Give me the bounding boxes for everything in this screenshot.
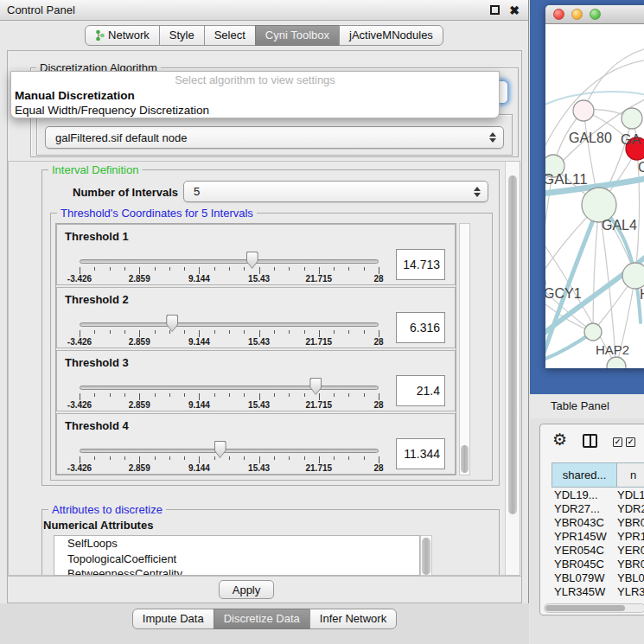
- cell-shared-name: YLR345W: [540, 585, 617, 598]
- column-header-name[interactable]: n: [616, 462, 644, 488]
- table-hscrollbar[interactable]: [544, 603, 644, 613]
- slider-thumb[interactable]: [166, 315, 178, 332]
- close-traffic-light-icon[interactable]: [553, 9, 564, 20]
- interval-definition-title: Interval Definition: [48, 163, 142, 176]
- attribute-list-item[interactable]: BetweennessCentrality: [54, 566, 419, 576]
- column-header-shared-name[interactable]: shared...: [552, 462, 617, 488]
- minimize-traffic-light-icon[interactable]: [571, 9, 583, 20]
- table-hscrollbar-thumb[interactable]: [545, 605, 625, 611]
- table-row[interactable]: YER054CYER0: [540, 544, 644, 558]
- network-node[interactable]: [622, 263, 644, 289]
- settings-gear-icon[interactable]: ⚙: [552, 430, 567, 450]
- threshold-label: Threshold 1: [65, 230, 129, 243]
- table-row[interactable]: YDL19...YDL1: [540, 488, 644, 502]
- main-scrollbar[interactable]: [505, 162, 520, 575]
- tab-jactivemnodules[interactable]: jActiveMNodules: [339, 25, 443, 46]
- numerical-attributes-list[interactable]: SelfLoopsTopologicalCoefficientBetweenne…: [54, 535, 420, 576]
- threshold-label: Threshold 4: [65, 419, 129, 432]
- threshold-value-field[interactable]: 11.344: [396, 438, 445, 469]
- threshold-scrollbar[interactable]: [459, 223, 470, 475]
- tab-label: Infer Network: [320, 612, 386, 625]
- network-node[interactable]: [573, 100, 594, 121]
- tab-label: Style: [169, 29, 194, 41]
- tab-style[interactable]: Style: [159, 25, 205, 46]
- slider-track[interactable]: [80, 259, 379, 264]
- tab-network[interactable]: Network: [85, 25, 160, 46]
- checkbox-icon-2[interactable]: ✓: [626, 437, 635, 447]
- cell-shared-name: YIL052C: [540, 599, 617, 602]
- table-data-combo-value: galFiltered.sif default node: [55, 127, 187, 148]
- bottom-tab-bar: Impute DataDiscretize DataInfer Network: [0, 609, 529, 629]
- application-root: Control Panel ✖ NetworkStyleSelectCyni T…: [0, 0, 644, 644]
- network-window-titlebar: [545, 5, 644, 24]
- zoom-traffic-light-icon[interactable]: [590, 9, 601, 20]
- cell-name: YBL0: [617, 571, 644, 584]
- tab-infer-network[interactable]: Infer Network: [309, 609, 397, 629]
- control-panel-titlebar: Control Panel ✖: [0, 0, 528, 21]
- node-label: GAL11: [545, 171, 588, 188]
- threshold-row: Threshold 4-3.4262.8599.14415.4321.71528…: [56, 413, 456, 475]
- tab-discretize-data[interactable]: Discretize Data: [214, 609, 310, 629]
- numerical-attributes-label: Numerical Attributes: [43, 519, 153, 532]
- slider-track[interactable]: [80, 386, 379, 390]
- table-data-combo[interactable]: galFiltered.sif default node: [45, 126, 504, 149]
- number-of-intervals-combo[interactable]: 5: [183, 181, 488, 202]
- columns-icon[interactable]: [583, 434, 597, 448]
- threshold-value-field[interactable]: 6.316: [396, 312, 445, 343]
- combo-stepper-icon: [489, 132, 496, 143]
- network-graph[interactable]: GAL80GACGAL11GAL4GCY1HHAP2: [545, 24, 644, 368]
- tab-impute-data[interactable]: Impute Data: [132, 609, 214, 629]
- network-node[interactable]: [582, 188, 616, 222]
- threshold-value-field[interactable]: 21.4: [396, 375, 445, 406]
- table-row[interactable]: YPR145WYPR1: [540, 530, 644, 544]
- attributes-scrollbar-thumb[interactable]: [422, 538, 430, 575]
- checkbox-icon-1[interactable]: ✓: [613, 437, 622, 447]
- tab-label: Cyni Toolbox: [265, 29, 329, 41]
- table-row[interactable]: YBL079WYBL0: [540, 571, 644, 585]
- node-label: GA: [621, 132, 641, 147]
- threshold-scrollbar-thumb[interactable]: [461, 445, 469, 473]
- table-row[interactable]: YBR045CYBR0: [540, 558, 644, 571]
- top-tab-bar: NetworkStyleSelectCyni ToolboxjActiveMNo…: [0, 25, 528, 46]
- cell-shared-name: YER054C: [540, 544, 617, 557]
- slider-tick-labels: -3.4262.8599.14415.4321.71528: [80, 274, 379, 284]
- threshold-rows-container: Threshold 1-3.4262.8599.14415.4321.71528…: [55, 223, 456, 475]
- network-node[interactable]: [584, 323, 602, 341]
- table-row[interactable]: YDR27...YDR2: [540, 502, 644, 516]
- slider-tick-labels: -3.4262.8599.14415.4321.71528: [80, 400, 379, 411]
- table-row[interactable]: YIL052CYIL0: [540, 599, 644, 602]
- network-canvas[interactable]: GAL80GACGAL11GAL4GCY1HHAP2: [545, 24, 644, 368]
- cell-shared-name: YBR043C: [540, 516, 617, 529]
- slider-thumb[interactable]: [309, 378, 322, 395]
- network-view-window: GAL80GACGAL11GAL4GCY1HHAP2: [545, 5, 644, 368]
- apply-button[interactable]: Apply: [219, 580, 274, 599]
- close-icon[interactable]: ✖: [509, 3, 520, 18]
- network-icon: [95, 29, 105, 41]
- attribute-list-item[interactable]: TopologicalCoefficient: [54, 552, 419, 567]
- slider-thumb[interactable]: [246, 252, 258, 269]
- tab-select[interactable]: Select: [204, 25, 256, 46]
- slider-track[interactable]: [80, 449, 379, 453]
- float-window-icon[interactable]: [490, 5, 500, 15]
- cell-shared-name: YDL19...: [540, 488, 617, 501]
- cell-name: YBR0: [617, 516, 644, 529]
- tab-cyni-toolbox[interactable]: Cyni Toolbox: [255, 25, 340, 46]
- panel-title: Control Panel: [7, 0, 75, 21]
- attributes-list-scrollbar[interactable]: [420, 535, 432, 576]
- dropdown-option-equal-width[interactable]: Equal Width/Frequency Discretization: [14, 103, 496, 118]
- threshold-value-field[interactable]: 14.713: [396, 249, 445, 280]
- table-row[interactable]: YBR043CYBR0: [540, 516, 644, 530]
- dropdown-option-manual[interactable]: Manual Discretization: [14, 88, 496, 103]
- threshold-row: Threshold 1-3.4262.8599.14415.4321.71528…: [56, 224, 456, 285]
- table-row[interactable]: YLR345WYLR3: [540, 585, 644, 599]
- cell-shared-name: YDR27...: [540, 502, 617, 515]
- attributes-group-title: Attributes to discretize: [48, 503, 166, 516]
- node-label: C: [638, 160, 644, 175]
- slider-track[interactable]: [80, 322, 379, 327]
- network-node[interactable]: [607, 357, 626, 368]
- network-node[interactable]: [622, 108, 642, 129]
- slider-thumb[interactable]: [214, 441, 226, 458]
- threshold-label: Threshold 3: [65, 356, 129, 369]
- main-scrollbar-thumb[interactable]: [508, 175, 517, 514]
- attribute-list-item[interactable]: SelfLoops: [54, 536, 419, 552]
